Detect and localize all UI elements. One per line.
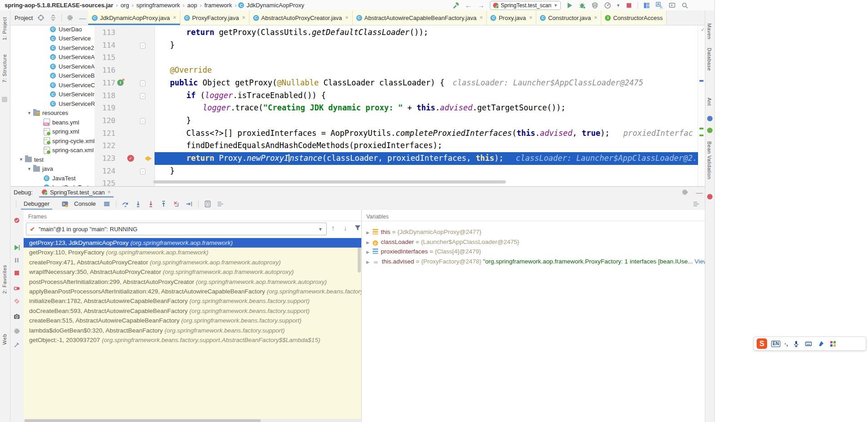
tool-button-web[interactable]: Web: [2, 334, 7, 345]
variable-row-this[interactable]: ▶this = {JdkDynamicAopProxy@2477}: [362, 227, 705, 237]
code-line-123[interactable]: 123✓return Proxy.newProxyInstance(classL…: [95, 152, 705, 165]
fold-marker-icon[interactable]: ⌄: [140, 43, 145, 49]
tool-button-favorites[interactable]: 2: Favorites: [2, 265, 7, 293]
override-marker-icon[interactable]: I: [117, 79, 124, 86]
ime-skin-icon[interactable]: [817, 340, 825, 348]
screen-view-icon[interactable]: [668, 1, 676, 10]
tree-item-userservicebef[interactable]: CUserServiceBef: [10, 71, 95, 80]
fold-marker-icon[interactable]: ⌄: [140, 80, 145, 86]
tool-button-structure[interactable]: 7: Structure: [2, 54, 7, 83]
ime-language-key[interactable]: EN: [771, 341, 780, 347]
layout-options-icon[interactable]: [103, 200, 111, 208]
frame-row[interactable]: wrapIfNecessary:350, AbstractAutoProxyCr…: [24, 267, 361, 277]
frame-row[interactable]: initializeBean:1782, AbstractAutowireCap…: [24, 296, 361, 306]
tool-button-maven[interactable]: Maven: [707, 23, 712, 40]
code-line-114[interactable]: 114⌄}: [95, 39, 705, 52]
breadcrumb-item[interactable]: aop: [187, 2, 197, 9]
frame-row[interactable]: getProxy:123, JdkDynamicAopProxy (org.sp…: [24, 238, 361, 248]
search-icon[interactable]: [681, 1, 689, 10]
tree-item-userdao[interactable]: CUserDao: [10, 25, 95, 34]
close-icon[interactable]: ×: [479, 15, 483, 21]
code-line-117[interactable]: 117I⌄public Object getProxy(@Nullable Cl…: [95, 77, 705, 89]
close-icon[interactable]: ×: [594, 15, 597, 21]
fold-marker-icon[interactable]: ⌄: [140, 93, 145, 99]
drop-frame-icon[interactable]: [172, 200, 180, 208]
tab-console[interactable]: Console: [54, 198, 100, 210]
sogou-logo-icon[interactable]: S: [757, 338, 767, 349]
frame-row[interactable]: applyBeanPostProcessorsAfterInitializati…: [24, 287, 361, 296]
settings-gear-icon[interactable]: [13, 327, 21, 335]
breadcrumb-item[interactable]: JdkDynamicAopProxy: [246, 2, 304, 9]
pin-icon[interactable]: [13, 341, 21, 349]
step-into-icon[interactable]: [134, 200, 142, 208]
close-icon[interactable]: ×: [242, 15, 245, 21]
line-number[interactable]: 121: [97, 127, 115, 140]
breadcrumb-item[interactable]: org: [120, 2, 129, 9]
code-line-116[interactable]: 116@Override: [95, 64, 705, 77]
code-line-119[interactable]: 119logger.trace("Creating JDK dynamic pr…: [95, 102, 705, 114]
tab-debugger[interactable]: Debugger: [19, 198, 54, 210]
close-icon[interactable]: ×: [173, 15, 176, 21]
gear-icon[interactable]: [66, 14, 74, 22]
tree-item-resources[interactable]: ▼resources: [10, 109, 95, 118]
collapse-all-icon[interactable]: [49, 14, 57, 22]
code-line-121[interactable]: 121Class<?>[] proxiedInterfaces = AopPro…: [95, 127, 705, 140]
step-over-icon[interactable]: [121, 200, 130, 208]
next-frame-icon[interactable]: ↓: [341, 223, 349, 232]
line-number[interactable]: 118: [97, 89, 115, 102]
debug-settings-icon[interactable]: [681, 188, 689, 196]
evaluate-expression-icon[interactable]: [204, 200, 212, 208]
frame-row[interactable]: lambda$doGetBean$0:320, AbstractBeanFact…: [24, 326, 361, 335]
keyboard-icon[interactable]: [804, 340, 813, 348]
line-number[interactable]: 113: [97, 26, 115, 39]
code-line-125[interactable]: 125: [95, 177, 705, 186]
close-icon[interactable]: ×: [108, 189, 111, 195]
expand-arrow-icon[interactable]: ▶: [366, 238, 373, 247]
resume-badge-icon[interactable]: [13, 216, 21, 224]
frame-row[interactable]: getObject:-1, 2030937207 (org.springfram…: [24, 335, 361, 345]
tab-abstractautoproxycreator-java[interactable]: CAbstractAutoProxyCreator.java×: [249, 10, 353, 25]
variable-row-this-advised[interactable]: ▶∞this.advised = {ProxyFactory@2478} "or…: [362, 257, 705, 267]
expand-arrow-icon[interactable]: ▼: [27, 111, 31, 115]
thread-selector[interactable]: ✔ "main"@1 in group "main": RUNNING ▼: [26, 223, 327, 235]
tool-strip-icon[interactable]: [707, 116, 713, 121]
microphone-icon[interactable]: [792, 340, 800, 348]
minimize-icon[interactable]: —: [695, 188, 703, 196]
expand-arrow-icon[interactable]: ▶: [366, 248, 373, 257]
thread-dump-icon[interactable]: [13, 313, 21, 321]
force-step-into-icon[interactable]: [147, 200, 155, 208]
tab-proxy-java[interactable]: CProxy.java×: [487, 10, 536, 25]
stop-icon[interactable]: [13, 269, 21, 277]
ime-punctuation-icon[interactable]: ·,: [784, 340, 788, 347]
structure-icon[interactable]: [2, 97, 7, 102]
variable-row-classLoader[interactable]: ▶pclassLoader = {Launcher$AppClassLoader…: [362, 237, 705, 247]
tree-item-userservice2[interactable]: CUserService2: [10, 43, 95, 52]
tab-jdkdynamicaopproxy-java[interactable]: CJdkDynamicAopProxy.java×: [88, 10, 180, 25]
tree-item-java[interactable]: ▼java: [10, 164, 95, 174]
line-number[interactable]: 125: [97, 177, 115, 186]
code-line-115[interactable]: 115: [95, 51, 705, 64]
tab-abstractautowirecapablebeanfactory-java[interactable]: CAbstractAutowireCapableBeanFactory.java…: [353, 10, 487, 25]
line-number[interactable]: 120: [97, 114, 115, 127]
code-line-113[interactable]: 113return getProxy(ClassUtils.getDefault…: [95, 26, 705, 39]
debug-button[interactable]: [578, 1, 586, 10]
mute-breakpoints-icon[interactable]: [13, 297, 21, 305]
project-panel-title[interactable]: Project: [15, 15, 33, 21]
tool-button-project[interactable]: 1: Project: [2, 17, 7, 40]
tree-item-beans-yml[interactable]: beans.yml: [10, 118, 95, 127]
pause-icon[interactable]: [13, 256, 21, 264]
line-number[interactable]: 123: [97, 152, 115, 165]
tool-windows-icon[interactable]: [643, 1, 651, 10]
tree-item-userserviceint[interactable]: CUserServiceInt: [10, 90, 95, 99]
back-arrow-icon[interactable]: ←: [464, 1, 473, 10]
run-button[interactable]: [565, 1, 574, 10]
tool-strip-icon[interactable]: [707, 194, 713, 199]
frame-row[interactable]: doCreateBean:593, AbstractAutowireCapabl…: [24, 306, 361, 316]
fold-marker-icon[interactable]: ⌄: [140, 169, 145, 174]
view-link[interactable]: View: [694, 258, 705, 265]
expand-arrow-icon[interactable]: ▶: [366, 258, 373, 267]
fold-marker-icon[interactable]: ⌄: [140, 118, 145, 124]
tree-item-spring-xml[interactable]: spring.xml: [10, 127, 95, 136]
profiler-chevron-icon[interactable]: ▼: [616, 3, 620, 8]
breadcrumb-item[interactable]: spring-aop-5.1.8.RELEASE-sources.jar: [5, 2, 113, 9]
